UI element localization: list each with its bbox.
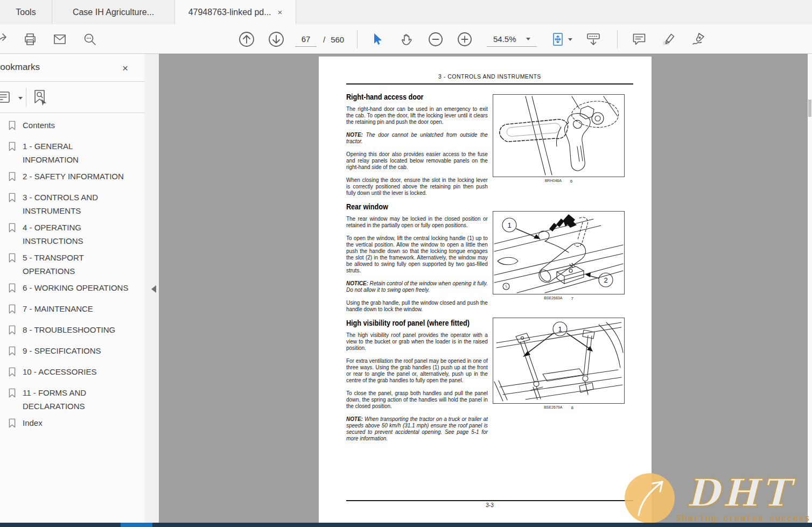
bookmark-item-accessories[interactable]: 10 - ACCESSORIES bbox=[8, 365, 145, 380]
bookmark-item-forms-and-declarations[interactable]: 11 - FORMS ANDDECLARATIONS bbox=[8, 386, 145, 413]
bookmark-item-transport-operations[interactable]: 5 - TRANSPORTOPERATIONS bbox=[8, 251, 145, 278]
bookmarks-list: Contents 1 - GENERALINFORMATION 2 - SAFE… bbox=[0, 113, 145, 431]
zoom-level-input[interactable]: 54.5% bbox=[487, 32, 537, 47]
running-header: 3 - CONTROLS AND INSTRUMENTS bbox=[346, 73, 633, 80]
figure-rear-window: 1 bbox=[493, 211, 625, 301]
bookmark-item-safety-information[interactable]: 2 - SAFETY INFORMATION bbox=[8, 170, 145, 184]
bookmark-item-operating-instructions[interactable]: 4 - OPERATINGINSTRUCTIONS bbox=[8, 221, 145, 248]
bookmark-item-troubleshooting[interactable]: 8 - TROUBLESHOOTING bbox=[8, 323, 145, 338]
vertical-scrollbar[interactable] bbox=[808, 54, 812, 523]
bookmark-icon bbox=[8, 416, 17, 431]
text-column: Right-hand access door The right-hand do… bbox=[346, 89, 488, 448]
tab-document-1[interactable]: Case IH Agriculture... bbox=[52, 0, 175, 24]
bookmark-item-controls-and-instruments[interactable]: 3 - CONTROLS ANDINSTRUMENTS bbox=[8, 191, 145, 217]
email-icon[interactable] bbox=[53, 32, 67, 46]
tab-close-icon[interactable]: × bbox=[278, 8, 283, 16]
tab-document-2-label: 47948763-linked pd... bbox=[188, 8, 271, 17]
bottom-bar bbox=[0, 523, 812, 527]
collapse-panel-icon[interactable] bbox=[151, 285, 156, 293]
bookmark-item-general-information[interactable]: 1 - GENERALINFORMATION bbox=[8, 139, 145, 166]
watermark-arrow-icon bbox=[625, 473, 675, 523]
tab-bar: Tools Case IH Agriculture... 47948763-li… bbox=[0, 0, 812, 24]
paragraph: To close the panel, grasp both handles a… bbox=[346, 390, 488, 409]
bookmarks-toolbar-divider bbox=[26, 88, 26, 107]
bookmark-icon bbox=[8, 302, 17, 317]
paragraph: The high visibility roof panel provides … bbox=[346, 332, 488, 351]
share-icon[interactable] bbox=[0, 32, 10, 46]
bookmarks-toolbar bbox=[0, 82, 145, 113]
paragraph: Using the grab handle, pull the window c… bbox=[346, 299, 488, 312]
figure-roof-panel: 1 bbox=[493, 318, 625, 410]
paragraph: Opening this door also provides easier a… bbox=[346, 151, 488, 170]
paragraph: To open the window, lift the central loc… bbox=[346, 235, 488, 273]
main-toolbar: 67 /560 54.5% bbox=[0, 24, 812, 54]
section-heading: Rear window bbox=[346, 202, 488, 211]
bookmark-icon bbox=[8, 139, 17, 166]
figure-caption: BSE2683A7 bbox=[493, 296, 625, 301]
watermark-brand: DHT bbox=[687, 470, 793, 515]
bookmark-icon bbox=[8, 118, 17, 133]
svg-text:2: 2 bbox=[604, 276, 607, 284]
bookmark-icon bbox=[8, 386, 17, 413]
scrollbar-thumb[interactable] bbox=[808, 100, 811, 117]
note-paragraph: NOTE: When transporting the tractor on a… bbox=[346, 416, 488, 441]
bookmarks-options-icon[interactable] bbox=[0, 89, 11, 107]
search-icon[interactable] bbox=[83, 32, 97, 46]
tab-document-2-active[interactable]: 47948763-linked pd...× bbox=[175, 0, 296, 24]
watermark-tagline: Sharing creates success bbox=[676, 513, 810, 523]
bookmark-icon bbox=[8, 221, 17, 248]
print-icon[interactable] bbox=[23, 32, 37, 46]
bookmark-icon bbox=[8, 323, 17, 338]
bookmarks-title: Bookmarks bbox=[0, 62, 40, 73]
bookmarks-close-icon[interactable]: × bbox=[122, 62, 128, 74]
bookmark-item-specifications[interactable]: 9 - SPECIFICATIONS bbox=[8, 344, 145, 359]
highlight-icon[interactable] bbox=[662, 32, 676, 47]
fit-page-icon[interactable] bbox=[550, 32, 565, 47]
bookmark-icon bbox=[8, 344, 17, 359]
select-tool-icon[interactable] bbox=[370, 32, 384, 46]
header-rule bbox=[346, 83, 633, 85]
bookmark-item-contents[interactable]: Contents bbox=[8, 118, 145, 133]
tab-document-1-label: Case IH Agriculture... bbox=[73, 8, 154, 17]
svg-text:1: 1 bbox=[558, 325, 562, 333]
bookmark-icon bbox=[8, 170, 17, 184]
section-heading: Right-hand access door bbox=[346, 93, 488, 101]
acrobat-window: Tools Case IH Agriculture... 47948763-li… bbox=[0, 0, 812, 527]
document-viewport: 3 - CONTROLS AND INSTRUMENTS Right-hand … bbox=[159, 54, 812, 523]
scroll-mode-icon[interactable] bbox=[586, 32, 601, 47]
bookmark-item-working-operations[interactable]: 6 - WORKING OPERATIONS bbox=[8, 281, 145, 296]
figure-door-lock: BRH046A6 bbox=[493, 94, 625, 184]
bookmark-item-index[interactable]: Index bbox=[8, 416, 145, 431]
paragraph: The right-hand door can be used in an em… bbox=[346, 106, 488, 125]
svg-text:1: 1 bbox=[507, 221, 511, 229]
tab-tools[interactable]: Tools bbox=[0, 0, 52, 24]
find-current-bookmark-icon[interactable] bbox=[32, 89, 48, 108]
fill-sign-icon[interactable] bbox=[691, 32, 706, 47]
bookmarks-options-caret-icon[interactable] bbox=[18, 97, 23, 100]
section-heading: High visibility roof panel (where fitted… bbox=[346, 319, 488, 327]
bookmarks-panel: Bookmarks × Contents 1 - GENERALINFORMAT… bbox=[0, 54, 145, 523]
zoom-caret-icon bbox=[526, 38, 530, 40]
paragraph: When closing the door, ensure the slot i… bbox=[346, 177, 488, 196]
fit-page-caret-icon[interactable] bbox=[568, 38, 572, 41]
zoom-out-icon[interactable] bbox=[428, 31, 444, 47]
zoom-level-value: 54.5% bbox=[493, 34, 516, 44]
page-footer-number: 3-3 bbox=[346, 502, 633, 508]
bookmark-item-maintenance[interactable]: 7 - MAINTENANCE bbox=[8, 302, 145, 317]
footer-rule bbox=[346, 500, 633, 501]
bookmarks-header: Bookmarks × bbox=[0, 54, 145, 82]
zoom-in-icon[interactable] bbox=[457, 31, 473, 47]
notice-paragraph: NOTICE: Retain control of the window whe… bbox=[346, 280, 488, 293]
hand-tool-icon[interactable] bbox=[400, 32, 414, 46]
figure-caption: BSE2679A8 bbox=[493, 405, 625, 410]
toolbar-divider bbox=[357, 30, 358, 48]
paragraph: For extra ventilation the roof panel may… bbox=[346, 357, 488, 383]
page-down-icon[interactable] bbox=[268, 31, 285, 48]
page-number-input[interactable]: 67 bbox=[295, 32, 317, 47]
toolbar-divider bbox=[617, 30, 618, 48]
bookmark-icon bbox=[8, 281, 17, 296]
tab-tools-label: Tools bbox=[16, 8, 36, 17]
comment-icon[interactable] bbox=[632, 32, 647, 47]
page-up-icon[interactable] bbox=[238, 31, 255, 48]
paragraph: The rear window may be locked in the clo… bbox=[346, 215, 488, 228]
